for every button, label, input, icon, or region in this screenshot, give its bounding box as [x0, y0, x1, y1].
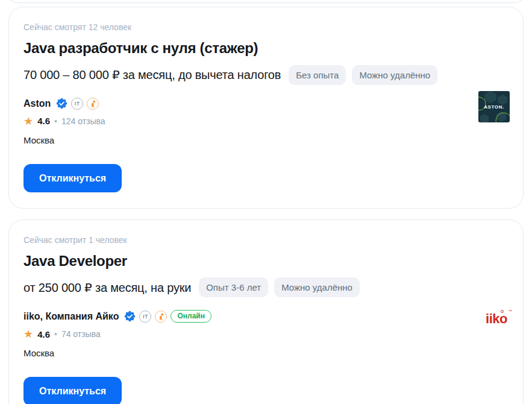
it-accreditation-icon: IT: [71, 98, 83, 110]
employer-rating-icon: [155, 311, 167, 323]
vacancy-card[interactable]: Сейчас смотрит 1 человек Java Developer …: [8, 219, 524, 404]
rating-row: ★ 4.6 • 74 отзыва: [23, 329, 509, 339]
separator-dot: •: [54, 329, 57, 339]
vacancy-title[interactable]: Java Developer: [23, 253, 509, 270]
it-label: IT: [143, 314, 148, 320]
verified-badge-icon: [124, 311, 136, 322]
remote-tag: Можно удалённо: [274, 277, 360, 297]
company-row: iiko, Компания Айко IT: [23, 310, 509, 323]
rating-value: 4.6: [37, 329, 50, 339]
city: Москва: [23, 135, 509, 145]
experience-tag: Без опыта: [289, 65, 346, 85]
online-status-badge: Онлайн: [171, 310, 211, 323]
rating-value: 4.6: [37, 116, 50, 126]
viewers-count: Сейчас смотрят 12 человек: [23, 22, 509, 32]
iiko-ring-mark-icon: [501, 310, 504, 313]
vacancy-title[interactable]: Java разработчик с нуля (стажер): [23, 40, 509, 57]
salary-row: 70 000 – 80 000 ₽ за месяц, до вычета на…: [23, 65, 509, 85]
remote-tag: Можно удалённо: [352, 65, 437, 85]
previous-card-bottom-edge: [5, 0, 527, 3]
aston-company-logo[interactable]: ASTON.: [478, 91, 510, 122]
company-row: Aston IT: [23, 98, 509, 110]
rating-row: ★ 4.6 • 124 отзыва: [23, 116, 509, 127]
it-label: IT: [75, 101, 80, 107]
verified-badge-icon: [56, 98, 67, 109]
vacancy-card[interactable]: Сейчас смотрят 12 человек Java разработч…: [8, 7, 524, 209]
trademark-symbol: ™: [509, 309, 512, 313]
iiko-logo-text: iiko: [486, 311, 507, 326]
separator-dot: •: [54, 116, 57, 126]
apply-button[interactable]: Откликнуться: [23, 377, 122, 404]
apply-button[interactable]: Откликнуться: [23, 164, 122, 192]
iiko-company-logo[interactable]: iiko ™: [486, 312, 507, 326]
employer-rating-icon: [87, 98, 99, 110]
viewers-count: Сейчас смотрит 1 человек: [23, 235, 509, 245]
star-icon: ★: [23, 116, 33, 127]
salary-row: от 250 000 ₽ за месяц, на руки Опыт 3-6 …: [23, 277, 509, 297]
reviews-link[interactable]: 124 отзыва: [61, 116, 105, 126]
city: Москва: [23, 348, 509, 358]
company-name-link[interactable]: iiko, Компания Айко: [23, 311, 119, 322]
star-icon: ★: [23, 329, 33, 339]
reviews-link[interactable]: 74 отзыва: [61, 329, 101, 339]
salary-text: 70 000 – 80 000 ₽ за месяц, до вычета на…: [23, 68, 281, 82]
aston-logo-text: ASTON.: [484, 104, 504, 110]
salary-text: от 250 000 ₽ за месяц, на руки: [23, 280, 191, 295]
it-accreditation-icon: IT: [139, 311, 151, 323]
company-name-link[interactable]: Aston: [23, 98, 51, 109]
experience-tag: Опыт 3-6 лет: [199, 277, 268, 297]
